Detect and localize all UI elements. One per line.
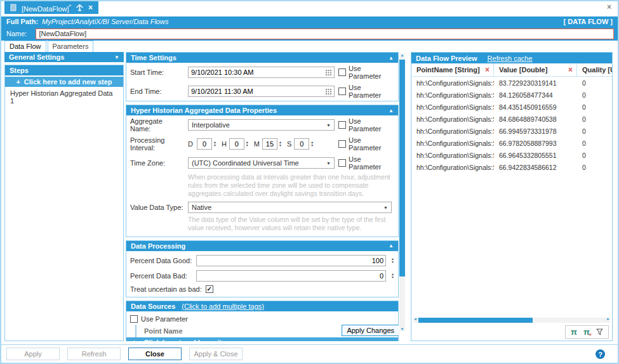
spin-down-icon[interactable]: ▼ xyxy=(391,261,394,264)
end-time-label: End Time: xyxy=(130,88,184,95)
checkbox-unchecked[interactable] xyxy=(338,140,346,148)
document-tab[interactable]: [NewDataFlow]* × xyxy=(4,1,98,14)
collapse-icon[interactable]: ▲ xyxy=(389,55,394,61)
scroll-down-icon[interactable]: ▼ xyxy=(399,327,405,331)
spin-down-icon[interactable]: ▼ xyxy=(213,144,216,147)
left-panel: General Settings ▼ Steps + Click here to… xyxy=(4,52,124,341)
step-item[interactable]: Hyper Historian Aggregated Data 1 xyxy=(5,87,123,107)
preview-row[interactable]: hh:\Configuration\Signals:SineSlow 66.99… xyxy=(411,125,612,137)
aggregate-name-select[interactable]: Interpolative ▼ xyxy=(188,119,335,131)
apply-button[interactable]: Apply xyxy=(6,348,60,360)
interval-s-value[interactable] xyxy=(294,138,309,150)
aggregate-use-parameter[interactable]: Use Parameter xyxy=(338,117,394,133)
preview-row[interactable]: hh:\Configuration\Signals:SineFast 84.43… xyxy=(411,101,612,113)
preview-row[interactable]: hh:\Configuration\Signals:SineSlow 66.97… xyxy=(411,137,612,149)
refresh-cache-link[interactable]: Refresh cache xyxy=(488,55,533,62)
interval-d-value[interactable] xyxy=(197,138,212,150)
checkbox-unchecked[interactable] xyxy=(338,68,346,76)
spin-down-icon[interactable]: ▼ xyxy=(246,144,249,147)
start-time-input[interactable] xyxy=(188,67,335,78)
settings-vertical-scrollbar[interactable]: ▲ ▼ xyxy=(399,53,405,331)
percent-bad-stepper[interactable]: ▲▼ xyxy=(391,273,394,279)
checkbox-unchecked[interactable] xyxy=(338,159,346,167)
time-zone-select[interactable]: (UTC) Coordinated Universal Time ▼ xyxy=(188,157,335,169)
navigate-up-icon[interactable] xyxy=(76,4,84,11)
tab-close-icon[interactable]: × xyxy=(88,4,93,11)
clear-filter-icon[interactable]: × xyxy=(485,65,489,74)
add-step-button[interactable]: + Click here to add new step xyxy=(5,77,123,87)
scroll-right-icon[interactable]: ► xyxy=(606,317,610,321)
collapse-icon[interactable]: ▲ xyxy=(389,243,394,249)
data-processing-header[interactable]: Data Processing ▲ xyxy=(126,241,398,251)
add-multiple-tags-link[interactable]: (Click to add multiple tags) xyxy=(182,302,264,310)
interval-s-stepper[interactable]: ▲▼ xyxy=(294,138,314,150)
end-use-parameter[interactable]: Use Parameter xyxy=(338,84,394,99)
spin-down-icon[interactable]: ▼ xyxy=(279,144,282,147)
add-step-label: Click here to add new step xyxy=(24,78,112,86)
preview-row[interactable]: hh:\Configuration\Signals:SineSlow 66.94… xyxy=(411,161,612,173)
end-time-value[interactable] xyxy=(189,88,323,95)
percent-bad-input[interactable] xyxy=(196,270,386,282)
value-data-type-select[interactable]: Native ▼ xyxy=(188,202,392,213)
spin-down-icon[interactable]: ▼ xyxy=(391,276,394,279)
general-settings-header[interactable]: General Settings ▼ xyxy=(4,52,124,62)
scroll-up-icon[interactable]: ▲ xyxy=(399,53,405,57)
scrollbar-thumb[interactable] xyxy=(418,318,533,323)
time-settings-header[interactable]: Time Settings ▲ xyxy=(126,53,398,63)
start-use-parameter[interactable]: Use Parameter xyxy=(338,65,394,80)
percent-good-value[interactable] xyxy=(197,257,385,264)
apply-close-button[interactable]: Apply & Close xyxy=(189,348,243,360)
scrollbar-thumb[interactable] xyxy=(399,60,405,276)
clear-filter-icon[interactable]: × xyxy=(568,65,573,74)
time-zone-use-parameter[interactable]: Use Parameter xyxy=(338,155,394,171)
interval-h-stepper[interactable]: ▲▼ xyxy=(229,138,249,150)
percent-good-stepper[interactable]: ▲▼ xyxy=(391,257,394,264)
preview-row[interactable]: hh:\Configuration\Signals:SineFast 84.68… xyxy=(411,113,612,125)
checkbox-unchecked[interactable] xyxy=(338,121,346,129)
checkbox-checked[interactable]: ✓ xyxy=(206,285,213,293)
interval-m-value[interactable] xyxy=(262,138,277,150)
cell-pointname: hh:\Configuration\Signals:SineFast xyxy=(411,115,494,123)
refresh-button[interactable]: Refresh xyxy=(67,348,121,360)
preview-horizontal-scrollbar[interactable]: ◄ ► xyxy=(413,318,610,323)
checkbox-unchecked[interactable] xyxy=(338,88,346,95)
interval-h-value[interactable] xyxy=(229,138,244,150)
settings-panel: Time Settings ▲ Start Time: Use Paramete… xyxy=(126,52,399,341)
time-zone-row: Time Zone: (UTC) Coordinated Universal T… xyxy=(126,153,398,172)
aggregate-name-value: Interpolative xyxy=(192,121,230,129)
interval-use-parameter[interactable]: Use Parameter xyxy=(338,136,394,152)
preview-row[interactable]: hh:\Configuration\Signals:SineFast 84.12… xyxy=(411,89,612,101)
column-quality[interactable]: Quality [UIn xyxy=(577,63,612,76)
spin-down-icon[interactable]: ▼ xyxy=(310,144,314,147)
start-time-value[interactable] xyxy=(189,68,323,76)
end-time-input[interactable] xyxy=(188,86,335,97)
tab-parameters[interactable]: Parameters xyxy=(48,41,94,53)
use-parameter-label: Use Parameter xyxy=(349,155,394,171)
help-icon[interactable]: ? xyxy=(596,349,605,359)
preview-rows: hh:\Configuration\Signals:SineFast 83.72… xyxy=(411,77,612,173)
edit-filter-icon[interactable]: π xyxy=(571,327,577,337)
apply-changes-button[interactable]: Apply Changes xyxy=(342,325,399,336)
remove-filter-icon[interactable]: π× xyxy=(583,327,590,337)
data-sources-use-parameter[interactable]: Use Parameter xyxy=(126,313,398,325)
name-input[interactable] xyxy=(36,29,614,39)
checkbox-unchecked[interactable] xyxy=(130,315,138,323)
date-picker-icon[interactable] xyxy=(326,89,331,94)
date-picker-icon[interactable] xyxy=(326,70,331,75)
column-pointname[interactable]: PointName [String] × xyxy=(411,63,494,76)
preview-row[interactable]: hh:\Configuration\Signals:SineFast 83.72… xyxy=(411,77,612,89)
hh-properties-header[interactable]: Hyper Historian Aggregated Data Properti… xyxy=(126,105,398,115)
interval-m-stepper[interactable]: ▲▼ xyxy=(262,138,282,150)
interval-d-stepper[interactable]: ▲▼ xyxy=(197,138,216,150)
percent-bad-value[interactable] xyxy=(197,272,385,280)
window-close-icon[interactable]: × xyxy=(607,3,611,11)
add-data-source-button[interactable]: + Click here to add new item xyxy=(126,337,398,341)
percent-good-input[interactable] xyxy=(196,255,386,266)
filter-funnel-icon[interactable] xyxy=(596,328,603,335)
scroll-left-icon[interactable]: ◄ xyxy=(413,317,417,321)
tab-data-flow[interactable]: Data Flow xyxy=(4,41,46,53)
close-button[interactable]: Close xyxy=(128,348,182,360)
collapse-icon[interactable]: ▲ xyxy=(389,108,394,114)
preview-row[interactable]: hh:\Configuration\Signals:SineSlow 66.96… xyxy=(411,149,612,161)
column-value[interactable]: Value [Double] × xyxy=(494,63,577,76)
